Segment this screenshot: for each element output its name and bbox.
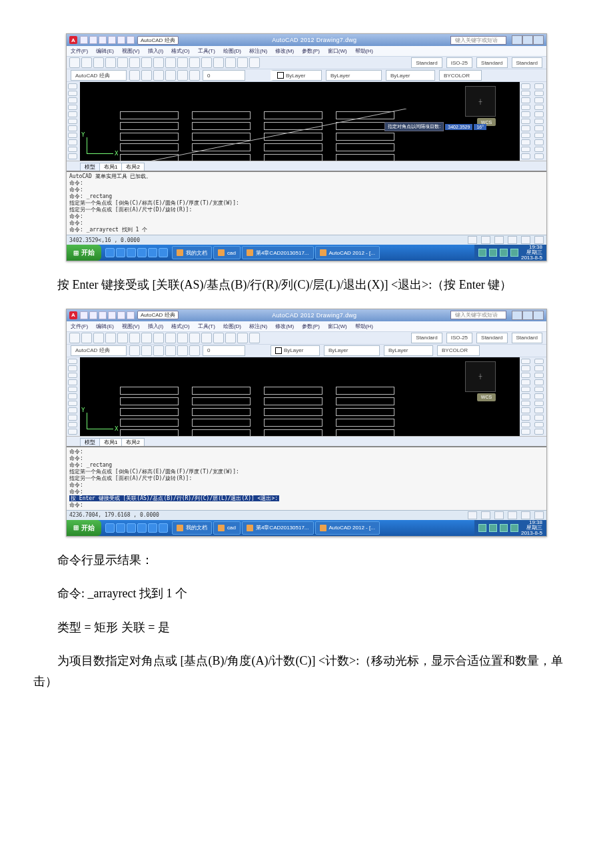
taskbar-task[interactable]: 第4章CAD20130517... [242,521,314,535]
toolbar-button[interactable] [237,333,248,343]
command-window[interactable]: AutoCAD 菜单实用工具 已加载。命令:命令:命令: _rectang指定第… [67,171,546,235]
draw-tool-button[interactable] [68,365,77,371]
toolbar-button[interactable] [141,57,152,68]
maximize-icon[interactable] [522,311,533,320]
toolbar-button[interactable] [534,407,544,413]
modify-tool-button[interactable] [521,379,530,385]
drawing-canvas[interactable]: ┼ WCS YX [80,357,520,436]
toolbar-button[interactable] [153,333,164,343]
quick-access-toolbar[interactable] [80,311,135,319]
taskbar-task[interactable]: cad [213,246,241,259]
dimstyle-dropdown[interactable]: ISO-25 [446,57,472,68]
toolbar-button[interactable] [534,139,544,145]
menu-item[interactable]: 窗口(W) [328,47,347,55]
start-button[interactable]: ⊞开始 [67,245,101,261]
dimstyle-dropdown[interactable]: ISO-25 [446,333,472,343]
menu-bar[interactable]: 文件(F)编辑(E)视图(V)插入(I)格式(O)工具(T)绘图(D)标注(N)… [67,46,546,57]
toolbar-button[interactable] [534,153,544,159]
status-toggle[interactable] [521,511,530,519]
viewcube-icon[interactable]: ┼ [465,86,496,117]
viewcube-icon[interactable]: ┼ [465,361,496,392]
toolbar-button[interactable] [105,333,116,343]
toolbar-button[interactable] [534,105,544,111]
toolbar-button[interactable] [129,345,140,356]
toolbar-button[interactable] [189,345,200,356]
toolbar-button[interactable] [189,70,200,81]
toolbar-button[interactable] [201,57,212,68]
toolbar-button[interactable] [177,70,188,81]
color-dropdown[interactable]: ByLayer [271,345,320,356]
toolbar-button[interactable] [534,387,544,393]
modify-tool-button[interactable] [521,111,530,117]
modify-tool-button[interactable] [521,83,530,89]
standard-toolbar[interactable]: Standard ISO-25 Standard Standard [67,57,546,69]
toolbar-button[interactable] [153,345,164,356]
standard-toolbar[interactable]: Standard ISO-25 Standard Standard [67,332,546,345]
toolbar-button[interactable] [153,57,164,68]
toolbar-button[interactable] [93,57,104,68]
taskbar-task[interactable]: 第4章CAD20130517... [242,246,314,259]
menu-item[interactable]: 窗口(W) [328,323,347,330]
toolbar-button[interactable] [534,359,544,365]
modify-toolbar[interactable] [520,82,533,161]
layout-tab[interactable]: 布局2 [121,163,144,171]
toolbar-button[interactable] [534,429,544,435]
toolbar-button[interactable] [129,333,140,343]
layer-dropdown[interactable]: 0 [203,70,245,81]
layout-tab[interactable]: 布局1 [99,163,122,171]
toolbar-button[interactable] [69,57,80,68]
toolbar-button[interactable] [141,345,152,356]
menu-item[interactable]: 修改(M) [275,47,294,55]
modify-tool-button[interactable] [521,125,530,131]
menu-item[interactable]: 标注(N) [249,323,267,330]
window-controls[interactable] [512,311,544,320]
toolbar-button[interactable] [81,333,92,343]
color-dropdown[interactable]: ByLayer [271,70,322,81]
menu-item[interactable]: 工具(T) [198,47,215,55]
draw-tool-button[interactable] [68,105,77,111]
toolbar-button[interactable] [534,133,544,139]
maximize-icon[interactable] [522,35,533,45]
toolbar-button[interactable] [81,57,92,68]
status-toggle[interactable] [521,236,530,244]
menu-item[interactable]: 插入(I) [148,323,164,330]
tray-icon[interactable] [478,524,486,532]
modify-tool-button[interactable] [521,153,530,159]
draw-tool-button[interactable] [68,83,77,89]
draw-toolbar[interactable] [67,82,80,161]
modify-tool-button[interactable] [521,387,530,393]
linetype-dropdown[interactable]: ByLayer [324,345,380,356]
draw-tool-button[interactable] [68,91,77,97]
toolbar-button[interactable] [534,401,544,407]
layout-tabs[interactable]: 模型布局1布局2 [67,161,546,171]
menu-item[interactable]: 编辑(E) [96,47,114,55]
toolbar-button[interactable] [93,333,104,343]
layout-tab[interactable]: 模型 [80,163,100,171]
menu-item[interactable]: 参数(P) [302,47,320,55]
menu-item[interactable]: 插入(I) [148,47,164,55]
menu-item[interactable]: 文件(F) [71,323,88,330]
quick-access-toolbar[interactable] [80,36,135,44]
taskbar-task[interactable]: 我的文档 [172,246,212,259]
draw-tool-button[interactable] [68,139,77,145]
status-toggle[interactable] [481,511,490,519]
tablestyle-dropdown[interactable]: Standard [476,333,507,343]
style-dropdown[interactable]: Standard [411,57,442,68]
toolbar-button[interactable] [534,415,544,421]
layout-tab[interactable]: 布局1 [99,438,122,446]
windows-taskbar[interactable]: ⊞开始 我的文档cad第4章CAD20130517...AutoCAD 2012… [67,245,546,261]
toolbar-button[interactable] [249,333,260,343]
toolbar-button[interactable] [225,333,236,343]
lineweight-dropdown[interactable]: ByLayer [386,70,435,81]
toolbar-button[interactable] [534,111,544,117]
tray-icon[interactable] [478,249,486,257]
command-window[interactable]: 命令:命令:命令: _rectang指定第一个角点或 [倒角(C)/标高(E)/… [67,446,546,510]
command-prompt-line[interactable]: 命令: [69,502,544,509]
mleaderstyle-dropdown[interactable]: Standard [512,333,542,343]
toolbar-button[interactable] [177,333,188,343]
toolbar-button[interactable] [534,83,544,89]
menu-item[interactable]: 工具(T) [198,323,215,330]
modify-tool-button[interactable] [521,105,530,111]
properties-toolbar[interactable]: AutoCAD 经典 0 ByLayer ByLayer ByLayer BYC… [67,345,546,357]
tray-icon[interactable] [500,249,508,257]
